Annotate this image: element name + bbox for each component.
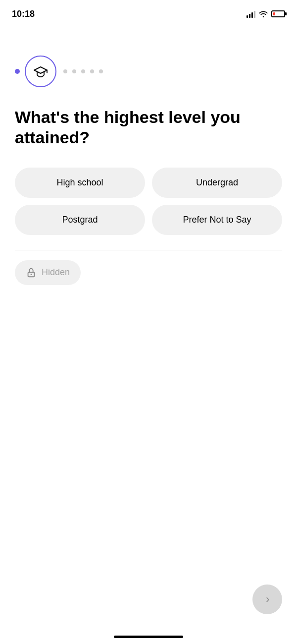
option-prefer-not[interactable]: Prefer Not to Say — [152, 205, 282, 235]
progress-dot-active — [15, 69, 20, 74]
progress-dot-1 — [63, 69, 67, 73]
progress-dots-right — [63, 69, 103, 73]
question-section: What's the highest level you attained? — [0, 97, 297, 163]
hidden-section: Hidden — [0, 260, 297, 285]
home-indicator — [114, 636, 183, 638]
hidden-label: Hidden — [42, 267, 70, 278]
progress-dot-2 — [72, 69, 76, 73]
option-postgrad[interactable]: Postgrad — [15, 205, 145, 235]
chevron-right-icon: › — [266, 593, 269, 606]
svg-point-1 — [31, 274, 32, 275]
progress-dot-5 — [99, 69, 103, 73]
option-high-school[interactable]: High school — [15, 168, 145, 198]
wifi-icon — [258, 10, 268, 18]
status-bar: 10:18 — [0, 0, 297, 26]
option-undergrad[interactable]: Undergrad — [152, 168, 282, 198]
divider — [15, 250, 282, 250]
education-icon-circle — [25, 56, 56, 87]
lock-icon — [26, 267, 37, 278]
progress-dot-3 — [81, 69, 85, 73]
next-button-container: › — [252, 585, 282, 614]
status-icons — [247, 10, 285, 18]
progress-dot-4 — [90, 69, 94, 73]
progress-section — [0, 26, 297, 97]
question-title: What's the highest level you attained? — [15, 107, 282, 148]
options-grid: High school Undergrad Postgrad Prefer No… — [0, 163, 297, 235]
next-button[interactable]: › — [252, 585, 282, 614]
graduation-cap-icon — [32, 63, 49, 80]
battery-icon — [271, 10, 285, 17]
status-time: 10:18 — [12, 9, 35, 19]
hidden-button[interactable]: Hidden — [15, 260, 81, 285]
signal-icon — [247, 10, 255, 18]
